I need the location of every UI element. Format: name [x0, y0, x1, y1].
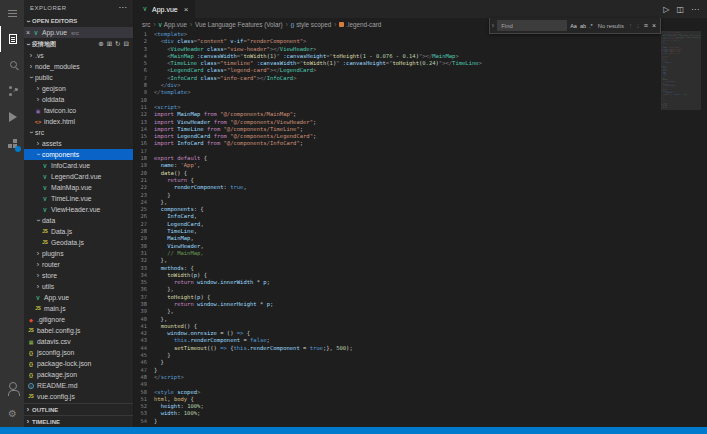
- tree-file-geodata-js[interactable]: JSGeodata.js: [24, 237, 133, 248]
- tree-folder-utils[interactable]: ›utils: [24, 281, 133, 292]
- status-bar[interactable]: [0, 427, 707, 434]
- more-actions-icon[interactable]: ⋯: [691, 5, 699, 14]
- line-number: 51: [134, 396, 154, 403]
- explorer-more-actions-icon[interactable]: ⋯: [119, 3, 128, 12]
- find-actions: ↑↓≡×: [629, 22, 656, 29]
- tree-folder-router[interactable]: ›router: [24, 259, 133, 270]
- line-number: 49: [134, 381, 154, 388]
- project-root-header[interactable]: › 疫情地图 ⊕⊞↻⊟: [24, 38, 133, 50]
- match-case-toggle[interactable]: Aa: [570, 23, 577, 29]
- search-activity-item[interactable]: [0, 52, 24, 78]
- tree-file-jsconfig-json[interactable]: {}jsconfig.json: [24, 347, 133, 358]
- new-file-icon[interactable]: ⊕: [98, 40, 103, 48]
- tree-file-legendcard-vue[interactable]: VLegendCard.vue: [24, 171, 133, 182]
- tree-file-babel-config-js[interactable]: JSbabel.config.js: [24, 325, 133, 336]
- tree-file-package-json[interactable]: {}package.json: [24, 369, 133, 380]
- js-file-icon: JS: [27, 394, 35, 399]
- code-line-content: <div class="content" v-if="renderCompone…: [154, 38, 306, 45]
- find-input[interactable]: [497, 20, 567, 31]
- code-line: 32 },: [134, 257, 661, 264]
- tabs-container: VApp.vue×: [134, 0, 196, 18]
- tree-file-app-vue[interactable]: VApp.vue: [24, 292, 133, 303]
- explorer-toolbar: ⊕⊞↻⊟: [98, 40, 133, 48]
- tree-folder-store[interactable]: ›store: [24, 270, 133, 281]
- tree-file-index-html[interactable]: <>index.html: [24, 116, 133, 127]
- section-outline[interactable]: ›OUTLINE: [24, 403, 133, 415]
- toggle-replace-icon[interactable]: ›: [492, 22, 494, 29]
- code-line-content: <TimeLine class="timeline" :canvasWidth=…: [154, 60, 482, 67]
- regex-toggle[interactable]: .*: [589, 23, 593, 29]
- tree-folder-public[interactable]: ›public: [24, 72, 133, 83]
- breadcrumb-item[interactable]: Vue Language Features (Volar): [195, 21, 283, 28]
- tree-folder-node-modules[interactable]: ›node_modules: [24, 61, 133, 72]
- tree-file-vue-config-js[interactable]: JSvue.config.js: [24, 391, 133, 402]
- tab-app-vue[interactable]: VApp.vue×: [134, 0, 196, 18]
- open-editors-header[interactable]: › OPEN EDITORS: [24, 15, 133, 27]
- menu-icon: [8, 13, 17, 14]
- next-match-icon[interactable]: ↓: [636, 22, 640, 29]
- tree-item-label: main.js: [44, 305, 66, 312]
- account-activity-item[interactable]: [0, 375, 24, 401]
- tree-file-main-js[interactable]: JSmain.js: [24, 303, 133, 314]
- code-line: 28 TimeLine,: [134, 228, 661, 235]
- tree-file-viewheader-vue[interactable]: VViewHeader.vue: [24, 204, 133, 215]
- breadcrumb-item[interactable]: src: [142, 21, 150, 28]
- close-icon[interactable]: ×: [184, 5, 189, 14]
- tree-file-package-lock-json[interactable]: {}package-lock.json: [24, 358, 133, 369]
- previous-match-icon[interactable]: ↑: [629, 22, 633, 29]
- breadcrumb-item[interactable]: .legend-card: [339, 21, 381, 28]
- close-find-icon[interactable]: ×: [652, 22, 656, 29]
- tree-file-data-js[interactable]: JSData.js: [24, 226, 133, 237]
- collapse-all-icon[interactable]: ⊟: [124, 40, 129, 48]
- tree-file-datavis-csv[interactable]: ▦datavis.csv: [24, 336, 133, 347]
- code-line: 24 },: [134, 199, 661, 206]
- code-editor[interactable]: 1<template>2 <div class="content" v-if="…: [134, 31, 707, 427]
- files-icon: [9, 34, 17, 44]
- run-icon[interactable]: ▷: [663, 5, 669, 14]
- code-line-content: LegendCard,: [154, 221, 204, 228]
- breadcrumb-item[interactable]: {}style scoped: [291, 21, 331, 28]
- settings-activity-item[interactable]: ⚙: [0, 401, 24, 427]
- line-number: 27: [134, 221, 154, 228]
- vertical-scrollbar[interactable]: [701, 31, 707, 427]
- source-control-activity-item[interactable]: [0, 78, 24, 104]
- code-line: 37 toHeight(p) {: [134, 294, 661, 301]
- tree-folder-assets[interactable]: ›assets: [24, 138, 133, 149]
- tree-file-infocard-vue[interactable]: VInfoCard.vue: [24, 160, 133, 171]
- chevron-down-icon: ›: [28, 129, 35, 137]
- close-icon[interactable]: ×: [24, 29, 32, 36]
- menu-activity-item[interactable]: [0, 0, 24, 26]
- breadcrumb-label: Vue Language Features (Volar): [195, 21, 283, 28]
- tree-item-label: plugins: [42, 250, 64, 257]
- open-editor-item[interactable]: ×VApp.vuesrc: [24, 27, 133, 38]
- code-line: 46 }: [134, 359, 661, 366]
- tree-folder-src[interactable]: ›src: [24, 127, 133, 138]
- tree-folder-plugins[interactable]: ›plugins: [24, 248, 133, 259]
- minimap[interactable]: <template> <div class="content" v-if="re…: [661, 31, 701, 427]
- tree-folder--vs[interactable]: ›.vs: [24, 50, 133, 61]
- extensions-activity-item[interactable]: [0, 130, 24, 156]
- tree-folder-data[interactable]: ›data: [24, 215, 133, 226]
- run-and-debug-activity-item[interactable]: [0, 104, 24, 130]
- tree-folder-components[interactable]: ›components: [24, 149, 133, 160]
- tree-file-timeline-vue[interactable]: VTimeLine.vue: [24, 193, 133, 204]
- find-in-selection-icon[interactable]: ≡: [644, 22, 648, 29]
- breadcrumb-item[interactable]: VApp.vue: [159, 21, 187, 28]
- code-line-content: setTimeout(() => {this.renderComponent =…: [661, 94, 687, 95]
- tree-file--gitignore[interactable]: ◆.gitignore: [24, 314, 133, 325]
- line-number: 12: [134, 111, 154, 118]
- whole-word-toggle[interactable]: ab: [580, 23, 586, 29]
- split-editor-icon[interactable]: ◫: [676, 5, 684, 14]
- section-timeline[interactable]: ›TIMELINE: [24, 415, 133, 427]
- js-file-icon: JS: [41, 229, 49, 234]
- new-folder-icon[interactable]: ⊞: [107, 40, 112, 48]
- tree-file-mainmap-vue[interactable]: VMainMap.vue: [24, 182, 133, 193]
- tree-file-readme-md[interactable]: iREADME.md: [24, 380, 133, 391]
- chevron-down-icon: ›: [25, 17, 32, 25]
- tree-folder-geojson[interactable]: ›geojson: [24, 83, 133, 94]
- code-line: 4 <MainMap :canvasWidth="toWidth(1)" :ca…: [134, 53, 661, 60]
- tree-folder-olddata[interactable]: ›olddata: [24, 94, 133, 105]
- refresh-icon[interactable]: ↻: [115, 40, 120, 48]
- explorer-activity-item[interactable]: [0, 26, 24, 52]
- tree-file-favicon-ico[interactable]: ▣favicon.ico: [24, 105, 133, 116]
